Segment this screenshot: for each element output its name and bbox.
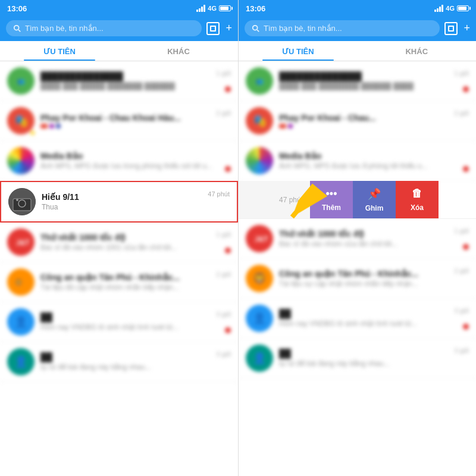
messages-list-left: 👥 ██████████████ ████ ███ █████ ███████ … xyxy=(0,61,238,476)
plus-icon-right[interactable]: + xyxy=(464,22,470,35)
avatar-8r: 👤 xyxy=(246,345,273,372)
msg-preview-7: Hôm nay VNDBG tô sinh nhật tình tươi tứ.… xyxy=(40,323,210,331)
msg-item-1[interactable]: 👥 ██████████████ ████ ███ █████ ███████ … xyxy=(0,61,238,101)
msg-time-7: 3 giờ xyxy=(216,311,231,318)
msg-content-2r: Phay Por Khoai - Chau... xyxy=(279,113,448,129)
msg-name-6r: Công an quận Tân Phú - Khinhắc... xyxy=(279,269,448,278)
msg-preview-3r: Ảnh MPG, MPS được lưu ở phòng tới thiếu … xyxy=(279,162,463,170)
msg-item-5[interactable]: J&T Thứ nhất 1000 tốc độ Bác sĩ đã vào n… xyxy=(0,223,238,262)
msg-item-7r[interactable]: 👤 ██ Hôm nay VNDBG tô sinh nhật tình tươ… xyxy=(239,299,476,339)
msg-time-6: 2 giờ xyxy=(216,271,231,278)
msg-content-7r: ██ Hôm nay VNDBG tô sinh nhật tình tươi … xyxy=(279,309,448,328)
signal-bars-left xyxy=(196,5,205,12)
msg-content-4: Hiếu 9/11 Thua xyxy=(42,192,202,211)
unread-dot-1 xyxy=(225,86,231,92)
swipe-label-more: Thêm xyxy=(322,203,341,212)
unread-dot-7r xyxy=(463,324,469,330)
msg-time-5r: 1 giờ xyxy=(454,227,469,235)
pin-icon: 📌 xyxy=(368,187,381,201)
msg-content-8r: ██ tự tứ đề bài đang này bằng nhau... xyxy=(279,349,448,368)
msg-item-2r[interactable]: 🎭 Phay Por Khoai - Chau... 2 giờ xyxy=(239,101,476,141)
msg-preview-5: Bác sĩ đã vào nhóm 1001 của lần chờ tới.… xyxy=(40,243,210,252)
tab-priority-right[interactable]: ƯU TIÊN xyxy=(239,41,358,61)
swipe-time: 47 phút xyxy=(279,196,303,204)
qr-icon-right[interactable] xyxy=(444,22,458,35)
avatar-3 xyxy=(7,147,35,174)
svg-text:🦁: 🦁 xyxy=(15,278,23,286)
search-icon-right xyxy=(252,24,260,33)
avatar-6: 🦁 xyxy=(7,268,35,296)
avatar-1r: 👥 xyxy=(246,67,273,95)
msg-name-8r: ██ xyxy=(279,349,448,358)
swipe-row-left: 47 phút xyxy=(239,181,310,218)
status-icons-left: 4G xyxy=(196,5,231,12)
msg-item-4-highlighted[interactable]: Hiếu 9/11 Thua 47 phút xyxy=(0,181,238,223)
msg-item-8r[interactable]: 👤 ██ tự tứ đề bài đang này bằng nhau... … xyxy=(239,339,476,378)
search-placeholder-right: Tìm bạn bè, tin nhắn... xyxy=(264,24,342,33)
msg-content-5r: Thứ nhất 1000 tốc độ Bác sĩ đã vào nhóm … xyxy=(279,229,448,248)
swipe-row: 47 phút ••• Thêm 📌 Ghim 🗑 Xóa xyxy=(239,181,476,219)
svg-point-10 xyxy=(253,25,258,30)
msg-time-8: 3 giờ xyxy=(216,350,231,358)
msg-content-1: ██████████████ ████ ███ █████ ███████ ██… xyxy=(40,71,210,90)
avatar-7: 👤 xyxy=(7,308,35,336)
avatar-5r: J&T xyxy=(246,225,273,252)
msg-item-6r[interactable]: 🦁 Công an quận Tân Phú - Khinhắc... Tài … xyxy=(239,259,476,299)
status-bar-left: 13:06 4G xyxy=(0,0,238,17)
search-bar-right: Tìm bạn bè, tin nhắn... + xyxy=(239,17,476,41)
msg-preview-2r xyxy=(279,124,448,129)
msg-name-5: Thứ nhất 1000 tốc độ xyxy=(40,233,210,242)
msg-preview-4: Thua xyxy=(42,203,202,211)
msg-preview-5r: Bác sĩ đã vào nhóm của lần chờ tới... xyxy=(279,240,448,248)
avatar-5: J&T xyxy=(7,228,35,256)
msg-item-1r[interactable]: 👥 ██████████████ ████ ███ ████████ █████… xyxy=(239,61,476,101)
swipe-btn-pin[interactable]: 📌 Ghim xyxy=(353,181,396,218)
msg-name-7r: ██ xyxy=(279,309,448,318)
msg-preview-6: Tài liệu đã cập nhật nhóm nhắn tiếp nhận… xyxy=(40,283,210,292)
msg-name-8: ██ xyxy=(40,352,210,362)
tab-other-right[interactable]: KHÁC xyxy=(358,41,477,61)
msg-name-7: ██ xyxy=(40,312,210,322)
search-icon-left xyxy=(13,24,21,33)
left-panel: 13:06 4G Tìm bạn bè, tin nhắn... xyxy=(0,0,238,476)
svg-line-1 xyxy=(18,30,20,32)
avatar-1: 👥 xyxy=(7,67,35,95)
msg-preview-8: tự tứ đề bài đang này bằng nhau... xyxy=(40,363,210,371)
msg-item-3[interactable]: Media Bảo Ảnh MPS, MPG được lưu trong ph… xyxy=(0,141,238,181)
svg-line-11 xyxy=(257,30,259,32)
avatar-3r xyxy=(246,147,273,174)
right-panel: 13:06 4G Tìm bạn bè, tin nhắn... xyxy=(238,0,476,476)
msg-item-6[interactable]: 🦁 Công an quận Tân Phú - Khinhắc... Tài … xyxy=(0,262,238,302)
msg-time-7r: 3 giờ xyxy=(454,307,469,315)
search-wrap-left[interactable]: Tìm bạn bè, tin nhắn... xyxy=(6,20,202,36)
messages-list-right: 👥 ██████████████ ████ ███ ████████ █████… xyxy=(239,61,476,476)
swipe-btn-more[interactable]: ••• Thêm xyxy=(310,181,353,218)
unread-dot-1r xyxy=(463,86,469,92)
msg-time-5: 1 giờ xyxy=(216,231,231,239)
msg-name-1r: ██████████████ xyxy=(279,71,448,81)
msg-preview-3: Ảnh MPS, MPG được lưu trong phòng thiếu … xyxy=(40,162,225,170)
search-wrap-right[interactable]: Tìm bạn bè, tin nhắn... xyxy=(245,20,440,36)
msg-item-7[interactable]: 👤 ██ Hôm nay VNDBG tô sinh nhật tình tươ… xyxy=(0,302,238,342)
swipe-btn-delete[interactable]: 🗑 Xóa xyxy=(396,181,439,218)
msg-item-2[interactable]: 🎭 ⭐ Phay Por Khoai - Chau Khoai Hàu... 2… xyxy=(0,101,238,141)
svg-rect-3 xyxy=(13,199,31,211)
qr-icon-left[interactable] xyxy=(206,22,220,35)
msg-item-5r[interactable]: J&T Thứ nhất 1000 tốc độ Bác sĩ đã vào n… xyxy=(239,219,476,259)
msg-content-6r: Công an quận Tân Phú - Khinhắc... Tài li… xyxy=(279,269,448,288)
msg-preview-6r: Tài liệu sự cập nhật nhóm nhắn tiếp nhận… xyxy=(279,280,448,288)
msg-name-4: Hiếu 9/11 xyxy=(42,192,202,202)
tab-other-left[interactable]: KHÁC xyxy=(119,41,238,61)
plus-icon-left[interactable]: + xyxy=(226,22,232,35)
status-icons-right: 4G xyxy=(434,5,469,12)
battery-left xyxy=(219,5,231,11)
msg-time-2r: 2 giờ xyxy=(454,109,469,117)
msg-time-1: 1 giờ xyxy=(216,70,231,77)
msg-time-2: 2 giờ xyxy=(216,109,231,117)
msg-item-8[interactable]: 👤 ██ tự tứ đề bài đang này bằng nhau... … xyxy=(0,342,238,382)
tab-priority-left[interactable]: ƯU TIÊN xyxy=(0,41,119,61)
msg-time-4: 47 phút xyxy=(208,190,230,198)
msg-content-2: Phay Por Khoai - Chau Khoai Hàu... xyxy=(40,113,210,129)
msg-item-3r[interactable]: Media Bảo Ảnh MPG, MPS được lưu ở phòng … xyxy=(239,141,476,181)
msg-preview-1: ████ ███ █████ ███████ ██████ xyxy=(40,82,210,90)
